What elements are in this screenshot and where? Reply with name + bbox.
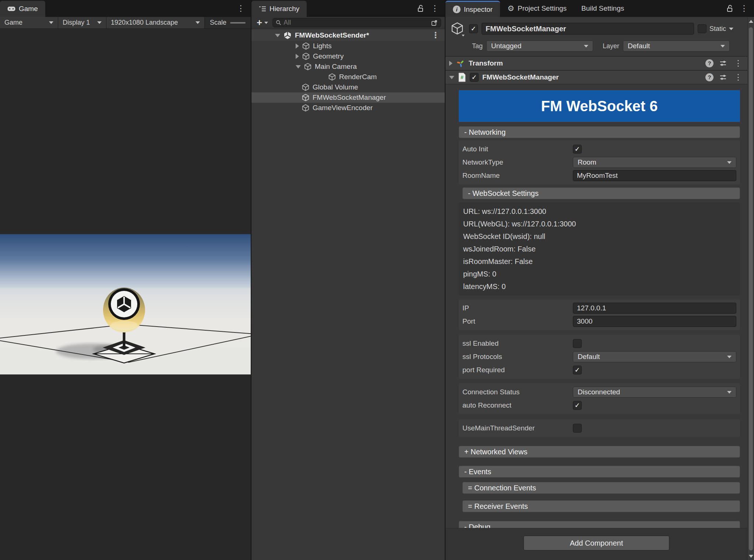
info-icon: i	[453, 6, 461, 13]
scale-control: Scale	[205, 17, 251, 28]
room-name-input[interactable]	[573, 170, 736, 181]
field-ssl-enabled: ssl Enabled	[462, 337, 736, 350]
inspector-panel: i Inspector ⚙ Project Settings Build Set…	[445, 0, 754, 560]
layer-dropdown[interactable]: Default	[623, 40, 730, 52]
game-mode-dropdown[interactable]: Game	[0, 17, 58, 28]
component-enabled-checkbox[interactable]: ✓	[470, 73, 479, 82]
fmwebsocketmanager-header[interactable]: # ✓ FMWebSocketManager ? ⋮	[445, 70, 747, 84]
scale-slider[interactable]	[230, 22, 246, 24]
hierarchy-tabbar: Hierarchy ⋮	[251, 0, 445, 17]
tab-project-settings[interactable]: ⚙ Project Settings	[500, 0, 574, 17]
gameobject-name-field[interactable]	[482, 23, 694, 35]
transform-icon	[456, 59, 465, 68]
inspector-menu-kebab-icon[interactable]: ⋮	[739, 4, 750, 13]
scroll-up-icon[interactable]	[749, 20, 753, 23]
port-required-checkbox[interactable]: ✓	[573, 366, 582, 374]
ssl-enabled-checkbox[interactable]	[573, 339, 582, 348]
foldout-closed-icon[interactable]	[296, 54, 299, 59]
section-debug[interactable]: - Debug	[459, 521, 740, 528]
component-kebab-icon[interactable]: ⋮	[733, 73, 744, 81]
hierarchy-item-gameviewencoder[interactable]: GameViewEncoder	[251, 103, 445, 113]
gameobject-enabled-checkbox[interactable]: ✓	[469, 24, 478, 33]
transform-header[interactable]: Transform ? ⋮	[445, 56, 747, 70]
scroll-down-icon[interactable]	[749, 555, 753, 558]
search-window-icon[interactable]	[431, 20, 438, 26]
section-connection-events[interactable]: = Connection Events	[462, 482, 740, 494]
game-viewport[interactable]	[0, 234, 251, 374]
tag-dropdown[interactable]: Untagged	[486, 40, 593, 52]
tab-inspector[interactable]: i Inspector	[445, 1, 500, 17]
networking-group: Auto Init ✓ NetworkType Room RoomName	[459, 140, 740, 184]
inspector-content: ✓ Static Tag Untagged Layer	[445, 17, 747, 560]
tab-build-settings[interactable]: Build Settings	[574, 0, 631, 17]
gameobject-header: ✓ Static Tag Untagged Layer	[445, 17, 747, 56]
hierarchy-item-geometry[interactable]: Geometry	[251, 51, 445, 61]
foldout-open-icon[interactable]	[449, 76, 454, 79]
game-panel: Game ⋮ Game Display 1 1920x1080 Landscap…	[0, 0, 251, 560]
gameobject-cube-icon[interactable]	[449, 21, 465, 37]
use-main-thread-sender-checkbox[interactable]	[573, 424, 582, 433]
component-kebab-icon[interactable]: ⋮	[733, 59, 744, 67]
presets-icon[interactable]	[719, 74, 727, 81]
add-component-button[interactable]: Add Component	[524, 536, 669, 550]
hierarchy-item-fmwebsocketmanager[interactable]: FMWebSocketManager	[251, 92, 445, 103]
foldout-open-icon[interactable]	[275, 34, 280, 37]
lock-open-icon[interactable]	[417, 4, 424, 13]
cube-icon	[302, 94, 310, 102]
cube-icon	[302, 42, 310, 50]
hierarchy-search-input[interactable]	[283, 19, 429, 27]
hierarchy-item-main-camera[interactable]: Main Camera	[251, 61, 445, 72]
display-dropdown[interactable]: Display 1	[58, 17, 106, 28]
help-icon[interactable]: ?	[705, 59, 714, 67]
sky	[0, 234, 251, 290]
chevron-down-icon	[727, 356, 732, 358]
hierarchy-menu-kebab-icon[interactable]: ⋮	[429, 4, 440, 13]
connection-status-dropdown[interactable]: Disconnected	[573, 387, 736, 398]
field-port: Port	[462, 315, 736, 328]
csharp-script-icon: #	[458, 73, 466, 82]
tab-game[interactable]: Game	[0, 1, 45, 17]
main-thread-group: UseMainThreadSender	[459, 419, 740, 437]
hierarchy-searchbox[interactable]	[272, 18, 441, 27]
help-icon[interactable]: ?	[705, 73, 714, 81]
ssl-protocols-dropdown[interactable]: Default	[573, 351, 736, 362]
game-menu-kebab-icon[interactable]: ⋮	[235, 4, 246, 13]
port-input[interactable]	[573, 316, 736, 327]
foldout-closed-icon[interactable]	[296, 43, 299, 49]
game-toolbar: Game Display 1 1920x1080 Landscape Scale	[0, 17, 251, 29]
presets-icon[interactable]	[719, 60, 727, 67]
static-checkbox[interactable]	[698, 24, 707, 33]
ip-port-group: IP Port	[459, 299, 740, 330]
section-events[interactable]: - Events	[459, 466, 740, 478]
network-type-dropdown[interactable]: Room	[573, 157, 736, 168]
create-object-button[interactable]: +	[255, 17, 269, 28]
foldout-open-icon[interactable]	[296, 65, 301, 68]
inspector-scrollbar[interactable]	[747, 17, 754, 560]
section-networking[interactable]: - Networking	[459, 126, 740, 138]
auto-reconnect-checkbox[interactable]: ✓	[573, 401, 582, 410]
hierarchy-icon	[259, 6, 266, 12]
section-receiver-events[interactable]: = Receiver Events	[462, 500, 740, 512]
chevron-down-icon	[49, 21, 53, 24]
section-networked-views[interactable]: + Networked Views	[459, 446, 740, 458]
resolution-dropdown[interactable]: 1920x1080 Landscape	[106, 17, 205, 28]
static-dropdown-icon[interactable]	[729, 28, 733, 30]
gear-icon: ⚙	[507, 4, 514, 13]
hierarchy-item-rendercam[interactable]: RenderCam	[251, 72, 445, 82]
ip-input[interactable]	[573, 303, 736, 314]
hierarchy-item-global-volume[interactable]: Global Volume	[251, 82, 445, 92]
scene-kebab-icon[interactable]: ⋮	[430, 31, 441, 39]
field-network-type: NetworkType Room	[462, 156, 736, 169]
game-tab-label: Game	[19, 5, 38, 13]
scene-row[interactable]: FMWebSocketSender* ⋮	[251, 30, 445, 41]
auto-init-checkbox[interactable]: ✓	[573, 145, 582, 154]
lock-open-icon[interactable]	[726, 4, 733, 13]
scrollbar-thumb[interactable]	[749, 27, 753, 550]
foldout-closed-icon[interactable]	[449, 61, 452, 66]
hierarchy-item-lights[interactable]: Lights	[251, 41, 445, 51]
field-port-required: port Required ✓	[462, 363, 736, 377]
section-websocket-settings[interactable]: - WebSocket Settings	[462, 187, 740, 199]
websocket-info-box: URL: ws://127.0.0.1:3000 URL(WebGL): ws:…	[459, 202, 740, 296]
tab-hierarchy[interactable]: Hierarchy	[251, 1, 307, 17]
field-connection-status: Connection Status Disconnected	[462, 385, 736, 399]
